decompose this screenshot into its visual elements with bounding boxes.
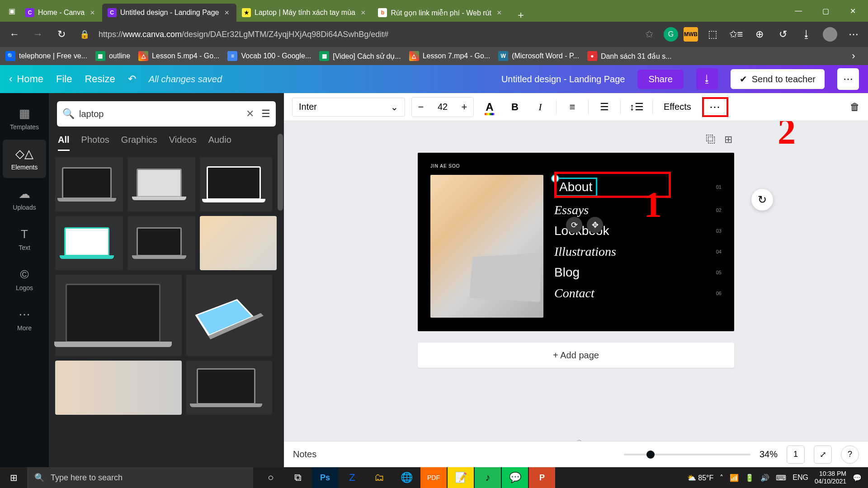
duplicate-page-button[interactable]: ⿻ — [706, 134, 716, 145]
notifications-icon[interactable]: 💬 — [853, 474, 862, 482]
result-thumb[interactable] — [55, 275, 182, 356]
notes-button[interactable]: Notes — [293, 449, 316, 460]
sidebar-item-text[interactable]: TText — [3, 220, 46, 258]
canvas-area[interactable]: 2 ⿻ ⊞ ↻ JIN AE SOO About 01 — [284, 121, 868, 467]
rotate-handle[interactable]: ⟳ — [566, 217, 582, 233]
download-button[interactable]: ⭳ — [696, 68, 718, 90]
result-thumb[interactable] — [186, 361, 272, 415]
battery-icon[interactable]: 🔋 — [745, 474, 754, 482]
share-button[interactable]: Share — [637, 70, 683, 89]
explorer-app-icon[interactable]: 🗂 — [366, 467, 392, 488]
browser-tab-active[interactable]: C Untitled design - Landing Page × — [102, 4, 236, 22]
start-button[interactable]: ⊞ — [0, 472, 27, 483]
notes-app-icon[interactable]: 📝 — [448, 467, 474, 488]
fullscreen-button[interactable]: ⤢ — [814, 446, 832, 464]
header-more-button[interactable]: ⋯ — [837, 68, 859, 90]
result-thumb[interactable] — [200, 157, 272, 211]
tray-overflow-icon[interactable]: ˄ — [720, 474, 723, 482]
sidebar-item-templates[interactable]: ▦Templates — [3, 99, 46, 138]
context-more-button[interactable]: ⋯ — [702, 97, 728, 117]
send-to-teacher-button[interactable]: ✔Send to teacher — [731, 69, 825, 89]
bookmark-item[interactable]: ●Danh sách 31 đầu s... — [587, 51, 672, 61]
wifi-icon[interactable]: 📶 — [730, 474, 739, 482]
keyboard-icon[interactable]: ⌨ — [776, 474, 786, 482]
result-thumb[interactable] — [55, 361, 182, 415]
weather-widget[interactable]: ⛅ 85°F — [687, 474, 713, 482]
browser-menu-button[interactable]: ⋯ — [844, 25, 863, 43]
forward-button[interactable]: → — [29, 25, 47, 43]
alignment-button[interactable]: ≡ — [563, 98, 582, 117]
new-tab-button[interactable]: ＋ — [509, 8, 533, 22]
tab-close-button[interactable]: × — [359, 8, 368, 18]
edge-app-icon[interactable]: 🌐 — [393, 467, 420, 488]
address-bar[interactable]: https://www.canva.com/design/DAEr32LgMTM… — [99, 30, 635, 39]
move-handle[interactable]: ✥ — [587, 217, 603, 233]
bookmark-item[interactable]: ▦[Video] Cách sử dụ... — [319, 51, 401, 61]
home-button[interactable]: ‹Home — [9, 73, 43, 85]
page-count-button[interactable]: 1 — [787, 446, 805, 464]
result-thumb[interactable] — [127, 216, 195, 270]
browser-tab[interactable]: ★ Laptop | Máy tính xách tay mùa × — [236, 4, 373, 22]
refresh-button[interactable]: ↻ — [52, 25, 71, 43]
delete-button[interactable]: 🗑 — [850, 101, 860, 113]
panel-tab-graphics[interactable]: Graphics — [121, 135, 157, 151]
browser-tab[interactable]: b Rút gọn link miễn phí - Web rút × — [373, 4, 509, 22]
font-size-value[interactable]: 42 — [430, 102, 455, 112]
cortana-icon[interactable]: ○ — [258, 467, 284, 488]
site-info-lock-icon[interactable]: 🔒 — [76, 29, 93, 39]
pdf-app-icon[interactable]: PDF — [420, 467, 447, 488]
bold-button[interactable]: B — [505, 98, 524, 117]
result-thumb[interactable] — [55, 157, 123, 211]
mwb-extension-icon[interactable]: MWB — [684, 27, 698, 42]
sidebar-item-logos[interactable]: ©Logos — [3, 260, 46, 299]
clock[interactable]: 10:38 PM 04/10/2021 — [815, 470, 846, 485]
taskview-icon[interactable]: ⧉ — [285, 467, 311, 488]
zoom-percentage[interactable]: 34% — [760, 449, 778, 460]
line-app-icon[interactable]: 💬 — [502, 467, 528, 488]
list-button[interactable]: ☰ — [595, 98, 614, 117]
result-thumb[interactable] — [55, 216, 123, 270]
menu-item-contact[interactable]: Contact06 — [554, 286, 722, 300]
search-input[interactable] — [79, 109, 239, 119]
close-window-button[interactable]: ✕ — [841, 3, 864, 19]
search-box[interactable]: 🔍 ✕ ☰ — [57, 101, 276, 127]
extensions-button[interactable]: ⬚ — [703, 25, 722, 43]
clear-search-button[interactable]: ✕ — [243, 108, 257, 120]
effects-button[interactable]: Effects — [659, 102, 696, 112]
browser-tab[interactable]: C Home - Canva × — [20, 4, 102, 22]
panel-scrollbar[interactable] — [278, 134, 283, 211]
font-size-increase[interactable]: + — [455, 98, 473, 117]
result-thumb[interactable] — [186, 275, 272, 356]
maximize-button[interactable]: ▢ — [814, 3, 837, 19]
sidebar-item-elements[interactable]: ◇△Elements — [3, 140, 46, 178]
minimize-button[interactable]: ― — [787, 3, 810, 19]
sidebar-item-more[interactable]: ⋯More — [3, 300, 46, 339]
zalo-app-icon[interactable]: Z — [339, 467, 365, 488]
bookmark-item[interactable]: ▦outline — [95, 51, 130, 61]
add-page-above-button[interactable]: ⊞ — [724, 134, 732, 145]
help-button[interactable]: ? — [841, 446, 859, 464]
downloads-button[interactable]: ⭳ — [797, 25, 816, 43]
tab-overview-button[interactable]: ▣ — [4, 3, 20, 19]
bookmark-item[interactable]: 🔍telephone | Free ve... — [5, 51, 87, 61]
result-thumb[interactable] — [200, 216, 277, 270]
spacing-button[interactable]: ↕☰ — [627, 98, 646, 117]
menu-item-blog[interactable]: Blog05 — [554, 265, 722, 280]
language-indicator[interactable]: ENG — [793, 474, 808, 482]
bookmark-item[interactable]: W(Microsoft Word - P... — [498, 51, 579, 61]
history-button[interactable]: ↺ — [774, 25, 792, 43]
zoom-slider[interactable] — [624, 454, 750, 455]
menu-label[interactable]: Essays — [554, 203, 589, 217]
page-hero-image[interactable] — [430, 175, 543, 318]
powerpoint-app-icon[interactable]: P — [529, 467, 555, 488]
menu-item-illustrations[interactable]: Illustrations04 — [554, 244, 722, 259]
tab-close-button[interactable]: × — [223, 8, 231, 18]
panel-tab-audio[interactable]: Audio — [208, 135, 231, 151]
collections-button[interactable]: ⊕ — [750, 25, 769, 43]
spotify-app-icon[interactable]: ♪ — [475, 467, 501, 488]
favorite-star-icon[interactable]: ✩ — [640, 25, 658, 43]
undo-button[interactable]: ↶ — [128, 73, 136, 85]
search-filter-button[interactable]: ☰ — [261, 108, 270, 120]
text-color-button[interactable]: A — [480, 98, 499, 117]
file-menu[interactable]: File — [56, 73, 72, 85]
